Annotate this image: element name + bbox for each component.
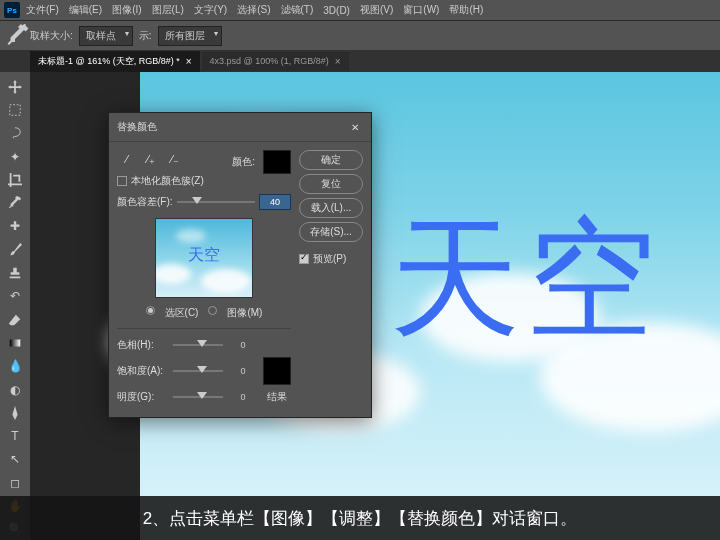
load-button[interactable]: 载入(L)...	[299, 198, 363, 218]
selection-label: 选区(C)	[165, 306, 199, 320]
menu-help[interactable]: 帮助(H)	[449, 3, 483, 17]
color-label: 颜色:	[232, 155, 255, 169]
menu-3d[interactable]: 3D(D)	[323, 5, 350, 16]
sat-input[interactable]: 0	[227, 363, 259, 379]
eyedropper-tool[interactable]	[3, 192, 27, 213]
gradient-tool[interactable]	[3, 332, 27, 353]
document-tabs: 未标题-1 @ 161% (天空, RGB/8#) * × 4x3.psd @ …	[0, 50, 720, 72]
svg-rect-0	[10, 105, 21, 116]
preview-checkbox[interactable]	[299, 254, 309, 264]
preview-label: 预览(P)	[313, 252, 346, 266]
hue-label: 色相(H):	[117, 338, 169, 352]
dialog-title: 替换颜色	[117, 120, 157, 134]
menubar: Ps 文件(F) 编辑(E) 图像(I) 图层(L) 文字(Y) 选择(S) 滤…	[0, 0, 720, 20]
hue-input[interactable]: 0	[227, 337, 259, 353]
menu-edit[interactable]: 编辑(E)	[69, 3, 102, 17]
image-label: 图像(M)	[227, 306, 262, 320]
sky-text-layer: 天空	[390, 192, 662, 368]
app-logo: Ps	[4, 2, 20, 18]
menu-view[interactable]: 视图(V)	[360, 3, 393, 17]
pen-tool[interactable]	[3, 402, 27, 423]
selection-radio[interactable]	[146, 306, 155, 315]
eyedropper-plus-icon[interactable]: ⁄₊	[141, 150, 161, 168]
tab-doc2[interactable]: 4x3.psd @ 100% (1, RGB/8#) ×	[202, 52, 349, 71]
options-bar: 取样大小: 取样点 示: 所有图层	[0, 20, 720, 50]
fuzziness-slider[interactable]	[177, 201, 255, 203]
preview-text: 天空	[156, 245, 252, 266]
menu-select[interactable]: 选择(S)	[237, 3, 270, 17]
sat-slider[interactable]	[173, 370, 223, 372]
sample-size-dropdown[interactable]: 取样点	[79, 26, 133, 46]
toolbox: ✦ ✚ ↶ 💧 ◐ T ↖ ◻ ✋ 🔍	[0, 72, 30, 540]
tab-label: 未标题-1 @ 161% (天空, RGB/8#) *	[38, 55, 180, 68]
show-dropdown[interactable]: 所有图层	[158, 26, 222, 46]
eyedropper-minus-icon[interactable]: ⁄₋	[165, 150, 185, 168]
shape-tool[interactable]: ◻	[3, 472, 27, 493]
close-icon[interactable]: ×	[186, 56, 192, 67]
lasso-tool[interactable]	[3, 123, 27, 144]
move-tool[interactable]	[3, 76, 27, 97]
stamp-tool[interactable]	[3, 262, 27, 283]
menu-filter[interactable]: 滤镜(T)	[281, 3, 314, 17]
dodge-tool[interactable]: ◐	[3, 379, 27, 400]
show-label: 示:	[139, 29, 152, 43]
light-slider[interactable]	[173, 396, 223, 398]
tab-label: 4x3.psd @ 100% (1, RGB/8#)	[210, 56, 329, 66]
close-icon[interactable]: ×	[335, 56, 341, 67]
color-swatch[interactable]	[263, 150, 291, 174]
menu-text[interactable]: 文字(Y)	[194, 3, 227, 17]
crop-tool[interactable]	[3, 169, 27, 190]
image-radio[interactable]	[208, 306, 217, 315]
menu-file[interactable]: 文件(F)	[26, 3, 59, 17]
blur-tool[interactable]: 💧	[3, 356, 27, 377]
eraser-tool[interactable]	[3, 309, 27, 330]
fuzziness-label: 颜色容差(F):	[117, 195, 173, 209]
localized-checkbox[interactable]	[117, 176, 127, 186]
result-swatch[interactable]	[263, 357, 291, 385]
ok-button[interactable]: 确定	[299, 150, 363, 170]
sat-label: 饱和度(A):	[117, 364, 169, 378]
cancel-button[interactable]: 复位	[299, 174, 363, 194]
marquee-tool[interactable]	[3, 99, 27, 120]
fuzziness-input[interactable]: 40	[259, 194, 291, 210]
sample-size-label: 取样大小:	[30, 29, 73, 43]
svg-rect-1	[10, 339, 21, 346]
light-input[interactable]: 0	[227, 389, 259, 405]
menu-layer[interactable]: 图层(L)	[152, 3, 184, 17]
history-brush-tool[interactable]: ↶	[3, 286, 27, 307]
menu-image[interactable]: 图像(I)	[112, 3, 141, 17]
light-label: 明度(G):	[117, 390, 169, 404]
eyedropper-icon[interactable]: ⁄	[117, 150, 137, 168]
preview-thumbnail[interactable]: 天空	[155, 218, 253, 298]
localized-label: 本地化颜色簇(Z)	[131, 174, 204, 188]
healing-tool[interactable]: ✚	[3, 216, 27, 237]
menu-window[interactable]: 窗口(W)	[403, 3, 439, 17]
hue-slider[interactable]	[173, 344, 223, 346]
close-button[interactable]: ✕	[347, 119, 363, 135]
eyedropper-icon	[6, 24, 30, 48]
replace-color-dialog: 替换颜色 ✕ ⁄ ⁄₊ ⁄₋ 颜色: 本地化颜色簇(Z) 颜色容差(F):	[108, 112, 372, 418]
result-label: 结果	[263, 390, 291, 404]
brush-tool[interactable]	[3, 239, 27, 260]
tab-doc1[interactable]: 未标题-1 @ 161% (天空, RGB/8#) * ×	[30, 51, 200, 72]
path-tool[interactable]: ↖	[3, 449, 27, 470]
tutorial-caption: 2、点击菜单栏【图像】【调整】【替换颜色】对话窗口。	[0, 496, 720, 540]
wand-tool[interactable]: ✦	[3, 146, 27, 167]
type-tool[interactable]: T	[3, 425, 27, 446]
save-button[interactable]: 存储(S)...	[299, 222, 363, 242]
